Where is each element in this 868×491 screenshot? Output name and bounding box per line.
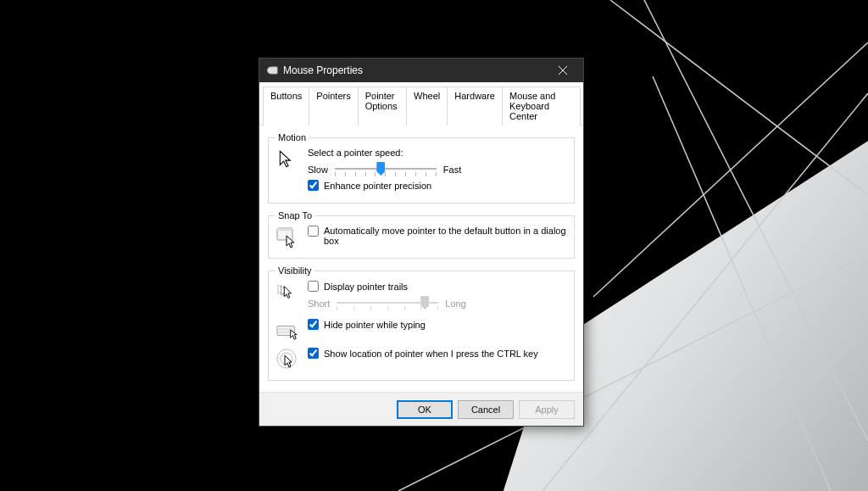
slow-label: Slow: [308, 165, 328, 175]
select-speed-label: Select a pointer speed:: [308, 148, 567, 158]
fast-label: Fast: [443, 165, 461, 175]
ok-button[interactable]: OK: [397, 400, 453, 419]
short-label: Short: [308, 299, 330, 309]
tab-buttons[interactable]: Buttons: [263, 86, 309, 126]
close-icon: [559, 66, 567, 75]
svg-line-4: [653, 76, 831, 491]
pointer-speed-slider[interactable]: [335, 161, 437, 178]
titlebar[interactable]: Mouse Properties: [259, 59, 583, 82]
enhance-precision-checkbox[interactable]: [308, 180, 319, 191]
visibility-group: Visibility Display pointer trails: [268, 265, 575, 381]
pointer-trails-label[interactable]: Display pointer trails: [324, 282, 408, 292]
mouse-properties-dialog: Mouse Properties Buttons Pointers Pointe…: [259, 58, 584, 427]
tab-hardware[interactable]: Hardware: [447, 86, 503, 126]
enhance-precision-label[interactable]: Enhance pointer precision: [324, 181, 431, 191]
tab-wheel[interactable]: Wheel: [406, 86, 448, 126]
apply-button: Apply: [519, 400, 575, 419]
tabstrip: Buttons Pointers Pointer Options Wheel H…: [259, 82, 583, 126]
tab-pointers[interactable]: Pointers: [309, 86, 358, 126]
window-title: Mouse Properties: [283, 64, 546, 76]
cancel-button[interactable]: Cancel: [458, 400, 514, 419]
show-ctrl-location-checkbox[interactable]: [308, 348, 319, 359]
hide-pointer-typing-checkbox[interactable]: [308, 319, 319, 330]
snap-to-label[interactable]: Automatically move pointer to the defaul…: [324, 226, 567, 246]
pointer-trails-checkbox[interactable]: [308, 281, 319, 292]
visibility-legend: Visibility: [275, 265, 314, 276]
pointer-trails-icon: [275, 281, 299, 304]
mouse-icon: [266, 66, 278, 75]
snap-to-legend: Snap To: [275, 210, 314, 220]
motion-cursor-icon: [275, 148, 299, 171]
show-ctrl-icon: [275, 348, 299, 371]
close-button[interactable]: [546, 59, 580, 82]
motion-legend: Motion: [275, 132, 309, 142]
show-ctrl-location-label[interactable]: Show location of pointer when I press th…: [324, 349, 538, 359]
tab-pane: Motion Select a pointer speed: Slow Fas: [259, 126, 583, 392]
hide-pointer-typing-label[interactable]: Hide pointer while typing: [324, 320, 426, 330]
tab-pointer-options[interactable]: Pointer Options: [358, 86, 407, 126]
tab-mouse-keyboard-center[interactable]: Mouse and Keyboard Center: [502, 86, 581, 126]
long-label: Long: [445, 299, 465, 309]
svg-rect-11: [277, 228, 292, 231]
svg-line-1: [644, 0, 868, 441]
motion-group: Motion Select a pointer speed: Slow Fas: [268, 132, 575, 204]
pointer-trails-slider: [337, 295, 438, 312]
snap-to-checkbox[interactable]: [308, 226, 319, 237]
hide-typing-icon: [275, 319, 299, 343]
svg-line-2: [542, 93, 868, 491]
svg-line-5: [695, 331, 868, 491]
snap-to-group: Snap To Automatically move pointer to th…: [268, 210, 575, 259]
snap-to-icon: [275, 226, 299, 249]
svg-line-0: [610, 0, 868, 195]
dialog-footer: OK Cancel Apply: [259, 392, 583, 426]
